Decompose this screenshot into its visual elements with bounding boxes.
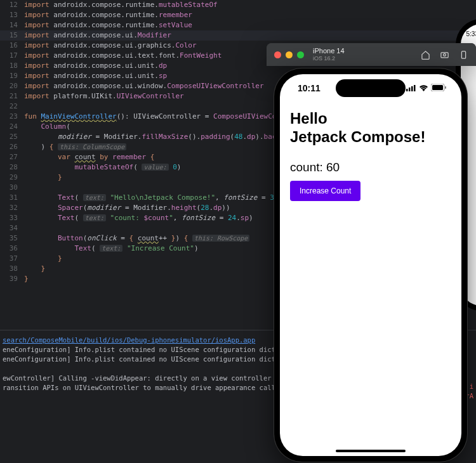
line-number: 20	[0, 81, 24, 91]
screenshot-icon[interactable]	[439, 49, 449, 60]
svg-rect-2	[461, 51, 465, 58]
line-number: 19	[0, 71, 24, 81]
zoom-icon[interactable]	[297, 51, 304, 58]
line-number: 35	[0, 233, 24, 244]
svg-rect-8	[432, 85, 443, 90]
line-number: 26	[0, 142, 24, 152]
line-number: 30	[0, 183, 24, 193]
status-time: 10:11	[298, 83, 321, 93]
simulator-window[interactable]: iPhone 14 iOS 16.2	[267, 43, 476, 66]
line-number: 21	[0, 91, 24, 101]
line-number: 16	[0, 41, 24, 51]
svg-rect-6	[414, 85, 416, 91]
line-number: 36	[0, 244, 24, 254]
rotate-icon[interactable]	[458, 49, 468, 60]
line-number: 23	[0, 112, 24, 122]
hello-text: Hello Jetpack Compose!	[290, 110, 451, 147]
console-link[interactable]: search/ComposeMobile/build/ios/Debug-iph…	[3, 336, 255, 344]
code-line[interactable]: 13import androidx.compose.runtime.rememb…	[0, 10, 476, 20]
svg-point-1	[443, 53, 446, 56]
line-number: 29	[0, 173, 24, 183]
close-icon[interactable]	[274, 51, 281, 58]
line-number: 34	[0, 223, 24, 233]
line-number: 25	[0, 132, 24, 142]
wifi-icon	[419, 83, 428, 93]
home-indicator[interactable]	[336, 450, 406, 452]
minimize-icon[interactable]	[286, 51, 293, 58]
signal-icon	[406, 83, 416, 93]
line-number: 28	[0, 162, 24, 173]
line-number: 12	[0, 0, 24, 10]
increase-count-button[interactable]: Increase Count	[290, 181, 360, 201]
svg-rect-0	[440, 52, 447, 57]
line-number: 38	[0, 264, 24, 274]
line-number: 32	[0, 203, 24, 213]
line-number: 14	[0, 20, 24, 30]
traffic-lights[interactable]	[274, 51, 304, 58]
line-number: 31	[0, 193, 24, 203]
iphone-device-frame: 10:11 Hello Jetpack Compose! count: 60 I…	[274, 68, 467, 462]
simulator-titlebar[interactable]: iPhone 14 iOS 16.2	[267, 43, 476, 66]
line-number: 39	[0, 274, 24, 284]
home-icon[interactable]	[420, 49, 430, 60]
line-number: 27	[0, 152, 24, 162]
line-number: 13	[0, 10, 24, 20]
svg-rect-5	[411, 86, 413, 91]
svg-rect-3	[406, 89, 408, 91]
svg-rect-4	[409, 88, 411, 91]
svg-rect-9	[445, 86, 446, 89]
iphone-screen[interactable]: 10:11 Hello Jetpack Compose! count: 60 I…	[280, 74, 461, 456]
code-line[interactable]: 15import androidx.compose.ui.Modifier	[0, 30, 476, 41]
line-number: 22	[0, 101, 24, 112]
app-content: Hello Jetpack Compose! count: 60 Increas…	[280, 103, 461, 456]
edge-status-time: 5:33	[466, 30, 476, 37]
line-number: 37	[0, 254, 24, 264]
battery-icon	[431, 83, 446, 93]
line-number: 17	[0, 51, 24, 61]
count-text: count: 60	[290, 160, 451, 174]
line-number: 15	[0, 30, 24, 41]
dynamic-island	[336, 79, 406, 97]
code-line[interactable]: 14import androidx.compose.runtime.setVal…	[0, 20, 476, 30]
line-number: 24	[0, 122, 24, 132]
line-number: 33	[0, 213, 24, 223]
code-line[interactable]: 12import androidx.compose.runtime.mutabl…	[0, 0, 476, 10]
device-name: iPhone 14	[313, 47, 345, 55]
device-os: iOS 16.2	[313, 55, 345, 62]
line-number: 18	[0, 61, 24, 71]
